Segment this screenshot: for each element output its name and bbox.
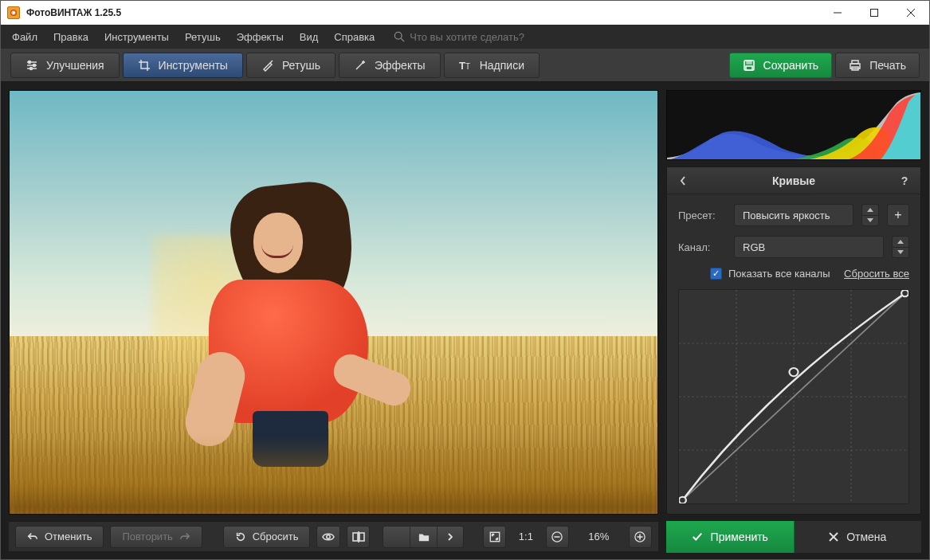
cancel-button[interactable]: Отмена — [795, 521, 922, 553]
panel-back-button[interactable] — [673, 171, 693, 190]
caret-up-icon[interactable] — [893, 237, 908, 248]
caret-up-icon[interactable] — [862, 205, 878, 216]
crop-icon — [138, 59, 151, 72]
tab-text[interactable]: TT Надписи — [444, 53, 540, 78]
menu-edit[interactable]: Правка — [47, 28, 95, 46]
curves-panel: Кривые ? Пресет: Повысить яркость + — [666, 166, 921, 515]
svg-text:T: T — [459, 60, 465, 72]
chevron-right-icon — [446, 533, 454, 541]
search-input[interactable] — [410, 31, 553, 43]
save-label: Сохранить — [763, 59, 819, 72]
undo-button[interactable]: Отменить — [15, 526, 104, 548]
one-to-one-button[interactable]: 1:1 — [512, 531, 539, 542]
svg-point-10 — [33, 64, 35, 66]
svg-rect-15 — [747, 61, 751, 64]
svg-text:T: T — [465, 62, 470, 71]
menu-tools[interactable]: Инструменты — [98, 28, 175, 46]
next-button[interactable] — [437, 527, 463, 547]
tab-effects[interactable]: Эффекты — [339, 53, 441, 78]
open-button[interactable] — [410, 527, 436, 547]
svg-point-37 — [679, 497, 686, 503]
wand-icon — [354, 59, 367, 72]
histogram[interactable] — [666, 90, 921, 160]
curves-editor[interactable] — [678, 289, 909, 504]
image-canvas[interactable] — [9, 90, 658, 515]
caret-down-icon[interactable] — [893, 248, 908, 258]
channel-stepper[interactable] — [892, 236, 909, 258]
minimize-button[interactable] — [819, 1, 856, 25]
canvas-column: Отменить Повторить Сбросить — [1, 82, 666, 559]
tab-label: Ретушь — [282, 59, 320, 72]
tab-retouch[interactable]: Ретушь — [246, 53, 336, 78]
nav-group — [383, 526, 464, 548]
menu-file[interactable]: Файл — [6, 28, 44, 46]
fit-icon — [489, 531, 500, 542]
menu-effects[interactable]: Эффекты — [230, 28, 290, 46]
preview-button[interactable] — [316, 526, 339, 548]
tab-label: Эффекты — [375, 59, 426, 72]
reset-icon — [235, 531, 246, 542]
apply-label: Применить — [711, 531, 768, 543]
save-button[interactable]: Сохранить — [729, 53, 833, 78]
maximize-button[interactable] — [856, 1, 893, 25]
tab-enhancements[interactable]: Улучшения — [10, 53, 120, 78]
channel-value: RGB — [743, 241, 765, 253]
print-button[interactable]: Печать — [835, 53, 920, 78]
toolbar: Улучшения Инструменты Ретушь Эффекты TT … — [1, 49, 929, 82]
preset-select[interactable]: Повысить яркость — [734, 204, 853, 226]
zoom-in-button[interactable] — [629, 526, 652, 548]
save-icon — [743, 59, 755, 72]
tab-label: Улучшения — [46, 59, 104, 72]
compare-button[interactable] — [347, 526, 370, 548]
reset-all-link[interactable]: Сбросить все — [844, 268, 909, 280]
reset-button[interactable]: Сбросить — [223, 526, 311, 548]
channel-select[interactable]: RGB — [734, 236, 884, 258]
preset-value: Повысить яркость — [743, 210, 830, 221]
close-button[interactable] — [893, 1, 929, 25]
menu-search[interactable] — [389, 28, 564, 45]
cancel-label: Отмена — [846, 531, 886, 543]
svg-rect-21 — [353, 533, 358, 541]
curves-graph — [679, 290, 908, 503]
svg-line-5 — [401, 38, 404, 41]
add-preset-button[interactable]: + — [887, 204, 909, 226]
panel-title: Кривые — [693, 174, 895, 187]
fit-screen-button[interactable] — [483, 526, 506, 548]
minus-icon — [551, 531, 563, 542]
check-icon — [692, 531, 703, 542]
zoom-out-button[interactable] — [546, 526, 569, 548]
preset-row: Пресет: Повысить яркость + — [678, 204, 909, 226]
menu-help[interactable]: Справка — [328, 28, 381, 46]
tab-tools[interactable]: Инструменты — [123, 53, 243, 78]
compare-icon — [352, 531, 365, 543]
zoom-value[interactable]: 16% — [575, 531, 622, 542]
chevron-left-icon — [679, 176, 687, 186]
app-title: ФотоВИНТАЖ 1.25.5 — [26, 7, 819, 18]
show-channels-label: Показать все каналы — [728, 268, 830, 280]
panel-help-button[interactable]: ? — [895, 171, 914, 190]
caret-down-icon[interactable] — [862, 216, 878, 226]
preset-stepper[interactable] — [861, 204, 879, 226]
apply-button[interactable]: Применить — [666, 521, 795, 553]
plus-icon — [634, 531, 646, 542]
svg-point-9 — [28, 61, 30, 63]
close-icon — [829, 532, 838, 542]
search-icon — [394, 31, 405, 42]
prev-button[interactable] — [383, 527, 410, 547]
redo-label: Повторить — [122, 531, 172, 542]
redo-button[interactable]: Повторить — [110, 526, 202, 548]
menu-view[interactable]: Вид — [293, 28, 325, 46]
eye-icon — [322, 531, 335, 543]
histogram-graph — [667, 91, 920, 159]
show-channels-row: ✓ Показать все каналы Сбросить все — [678, 268, 909, 280]
right-panel: Кривые ? Пресет: Повысить яркость + — [666, 82, 929, 559]
redo-icon — [179, 531, 190, 542]
print-label: Печать — [869, 59, 906, 72]
tab-label: Инструменты — [159, 59, 228, 72]
panel-body: Пресет: Повысить яркость + Канал: — [667, 194, 920, 514]
menu-retouch[interactable]: Ретушь — [179, 28, 227, 46]
preset-label: Пресет: — [678, 210, 726, 221]
svg-rect-1 — [871, 10, 878, 17]
show-channels-checkbox[interactable]: ✓ — [710, 268, 722, 280]
window-controls — [819, 1, 929, 25]
